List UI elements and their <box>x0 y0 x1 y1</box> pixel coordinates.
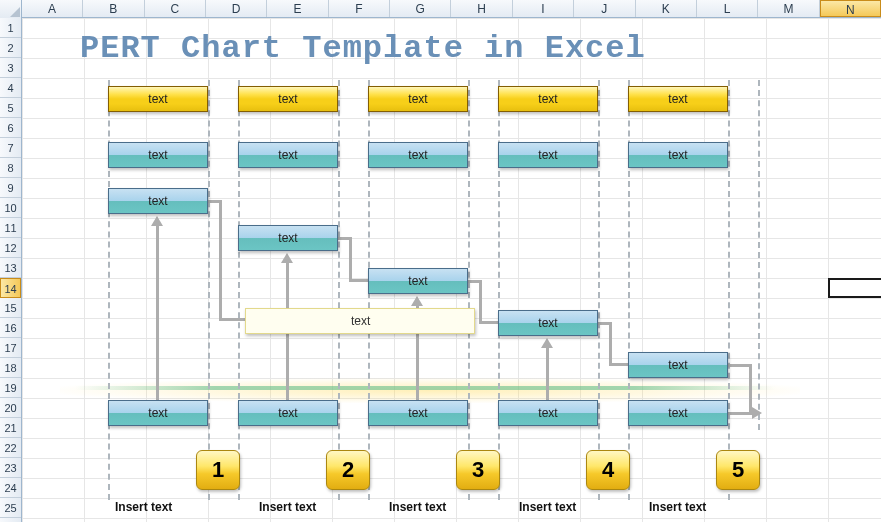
connector <box>546 346 549 400</box>
phase-number-1[interactable]: 1 <box>196 450 240 490</box>
cascade-box-2[interactable]: text <box>238 225 338 251</box>
arrow-up-icon <box>541 338 553 348</box>
phase-footer-2[interactable]: text <box>238 400 338 426</box>
row-6[interactable]: 6 <box>0 118 21 138</box>
row-4[interactable]: 4 <box>0 78 21 98</box>
row-18[interactable]: 18 <box>0 358 21 378</box>
guide-line <box>758 80 760 430</box>
row-25[interactable]: 25 <box>0 498 21 518</box>
phase-sub-4[interactable]: text <box>498 142 598 168</box>
cascade-box-4[interactable]: text <box>498 310 598 336</box>
guide-line <box>598 80 600 500</box>
col-N[interactable]: N <box>820 0 881 17</box>
row-24[interactable]: 24 <box>0 478 21 498</box>
connector <box>609 322 612 366</box>
col-K[interactable]: K <box>636 0 697 17</box>
connector <box>219 200 222 320</box>
cascade-box-5[interactable]: text <box>628 352 728 378</box>
row-9[interactable]: 9 <box>0 178 21 198</box>
phase-header-2[interactable]: text <box>238 86 338 112</box>
row-8[interactable]: 8 <box>0 158 21 178</box>
connector <box>219 318 245 321</box>
guide-line <box>728 80 730 500</box>
row-19[interactable]: 19 <box>0 378 21 398</box>
row-17[interactable]: 17 <box>0 338 21 358</box>
phase-number-5[interactable]: 5 <box>716 450 760 490</box>
phase-sub-5[interactable]: text <box>628 142 728 168</box>
svg-marker-0 <box>10 7 20 17</box>
row-3[interactable]: 3 <box>0 58 21 78</box>
caption-3[interactable]: Insert text <box>389 500 446 514</box>
row-5[interactable]: 5 <box>0 98 21 118</box>
phase-sub-3[interactable]: text <box>368 142 468 168</box>
connector <box>728 364 752 367</box>
col-L[interactable]: L <box>697 0 758 17</box>
row-16[interactable]: 16 <box>0 318 21 338</box>
row-10[interactable]: 10 <box>0 198 21 218</box>
col-H[interactable]: H <box>451 0 512 17</box>
row-12[interactable]: 12 <box>0 238 21 258</box>
connector <box>609 363 628 366</box>
row-11[interactable]: 11 <box>0 218 21 238</box>
arrow-up-icon <box>151 216 163 226</box>
phase-sub-1[interactable]: text <box>108 142 208 168</box>
col-D[interactable]: D <box>206 0 267 17</box>
caption-5[interactable]: Insert text <box>649 500 706 514</box>
row-13[interactable]: 13 <box>0 258 21 278</box>
arrow-right-icon <box>752 407 762 419</box>
row-14[interactable]: 14 <box>0 278 21 298</box>
connector <box>479 321 498 324</box>
caption-4[interactable]: Insert text <box>519 500 576 514</box>
phase-header-1[interactable]: text <box>108 86 208 112</box>
col-M[interactable]: M <box>758 0 819 17</box>
phase-number-4[interactable]: 4 <box>586 450 630 490</box>
caption-1[interactable]: Insert text <box>115 500 172 514</box>
row-21[interactable]: 21 <box>0 418 21 438</box>
connector <box>479 280 482 324</box>
phase-number-2[interactable]: 2 <box>326 450 370 490</box>
col-E[interactable]: E <box>267 0 328 17</box>
col-C[interactable]: C <box>145 0 206 17</box>
row-1[interactable]: 1 <box>0 18 21 38</box>
active-cell[interactable] <box>828 278 881 298</box>
col-B[interactable]: B <box>83 0 144 17</box>
select-all-corner[interactable] <box>0 0 22 18</box>
decorative-stripe <box>75 386 775 390</box>
phase-footer-3[interactable]: text <box>368 400 468 426</box>
row-headers: 1 2 3 4 5 6 7 8 9 10 11 12 13 14 15 16 1… <box>0 18 22 522</box>
phase-header-5[interactable]: text <box>628 86 728 112</box>
phase-number-3[interactable]: 3 <box>456 450 500 490</box>
row-2[interactable]: 2 <box>0 38 21 58</box>
phase-footer-4[interactable]: text <box>498 400 598 426</box>
row-15[interactable]: 15 <box>0 298 21 318</box>
row-20[interactable]: 20 <box>0 398 21 418</box>
col-J[interactable]: J <box>574 0 635 17</box>
arrow-up-icon <box>281 253 293 263</box>
row-22[interactable]: 22 <box>0 438 21 458</box>
phase-sub-2[interactable]: text <box>238 142 338 168</box>
connector <box>349 279 368 282</box>
phase-footer-1[interactable]: text <box>108 400 208 426</box>
col-A[interactable]: A <box>22 0 83 17</box>
phase-header-4[interactable]: text <box>498 86 598 112</box>
guide-line <box>208 80 210 500</box>
guide-line <box>338 80 340 500</box>
phase-header-3[interactable]: text <box>368 86 468 112</box>
span-box[interactable]: text <box>245 308 475 334</box>
arrow-up-icon <box>411 296 423 306</box>
page-title: PERT Chart Template in Excel <box>80 30 646 67</box>
phase-footer-5[interactable]: text <box>628 400 728 426</box>
row-23[interactable]: 23 <box>0 458 21 478</box>
cascade-box-1[interactable]: text <box>108 188 208 214</box>
caption-2[interactable]: Insert text <box>259 500 316 514</box>
connector <box>349 237 352 281</box>
col-G[interactable]: G <box>390 0 451 17</box>
col-I[interactable]: I <box>513 0 574 17</box>
row-7[interactable]: 7 <box>0 138 21 158</box>
column-headers: A B C D E F G H I J K L M N <box>0 0 881 18</box>
cascade-box-3[interactable]: text <box>368 268 468 294</box>
connector <box>156 224 159 400</box>
col-F[interactable]: F <box>329 0 390 17</box>
guide-line <box>468 80 470 500</box>
